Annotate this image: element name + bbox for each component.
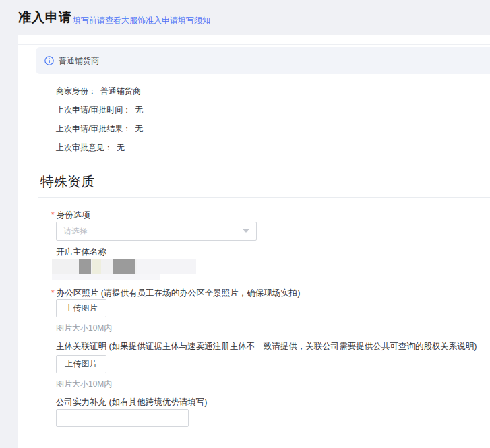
association-proof-size-hint: 图片大小10M内	[56, 379, 112, 390]
company-strength-label: 公司实力补充 (如有其他跨境优势请填写)	[56, 397, 207, 408]
redaction-block	[92, 259, 101, 274]
chevron-down-icon	[243, 229, 249, 233]
required-mark: *	[51, 210, 55, 220]
summary-value: 无	[135, 124, 143, 133]
banner-text: 普通铺货商	[59, 55, 99, 67]
label-text: 身份选项	[57, 210, 90, 220]
redacted-entity-name	[52, 259, 196, 274]
summary-label: 商家身份：	[56, 86, 96, 96]
label-text: 办公区照片 (请提供有员工在场的办公区全景照片，确保现场实拍)	[57, 288, 301, 298]
redaction-block	[137, 259, 196, 274]
summary-label: 上次审批意见：	[56, 143, 113, 152]
summary-row-last-apply-time: 上次申请/审批时间：无	[56, 104, 143, 116]
summary-row-merchant-identity: 商家身份：普通铺货商	[56, 86, 141, 97]
identity-select[interactable]: 请选择	[56, 222, 257, 241]
identity-select-placeholder: 请选择	[63, 226, 243, 237]
office-photo-label: *办公区照片 (请提供有员工在场的办公区全景照片，确保现场实拍)	[51, 288, 300, 299]
association-proof-upload-button[interactable]: 上传图片	[56, 355, 106, 373]
office-photo-upload-button[interactable]: 上传图片	[56, 299, 106, 317]
company-strength-input[interactable]	[56, 409, 189, 427]
summary-row-last-review-opinion: 上次审批意见：无	[56, 142, 125, 154]
association-proof-label: 主体关联证明 (如果提供证据主体与速卖通注册主体不一致请提供，关联公司需要提供公…	[56, 341, 477, 352]
summary-label: 上次申请/审批结果：	[56, 124, 131, 133]
identity-option-label: *身份选项	[51, 210, 90, 221]
summary-label: 上次申请/审批时间：	[56, 105, 131, 115]
summary-value: 无	[135, 105, 143, 115]
redaction-block	[52, 274, 160, 280]
merchant-type-banner: 普通铺货商	[36, 47, 490, 74]
page-title: 准入申请	[18, 9, 72, 26]
entity-name-label: 开店主体名称	[56, 247, 106, 258]
summary-card-border	[18, 44, 490, 45]
section-heading-special-qualifications: 特殊资质	[40, 172, 94, 191]
required-mark: *	[51, 288, 55, 298]
summary-value: 普通铺货商	[100, 86, 141, 96]
redaction-block	[79, 259, 91, 274]
info-icon	[44, 56, 54, 65]
office-photo-size-hint: 图片大小10M内	[56, 323, 112, 334]
summary-row-last-apply-result: 上次申请/审批结果：无	[56, 123, 143, 135]
summary-value: 无	[117, 143, 125, 152]
notice-link[interactable]: 填写前请查看大服饰准入申请填写须知	[73, 15, 210, 26]
redaction-block	[113, 259, 135, 274]
